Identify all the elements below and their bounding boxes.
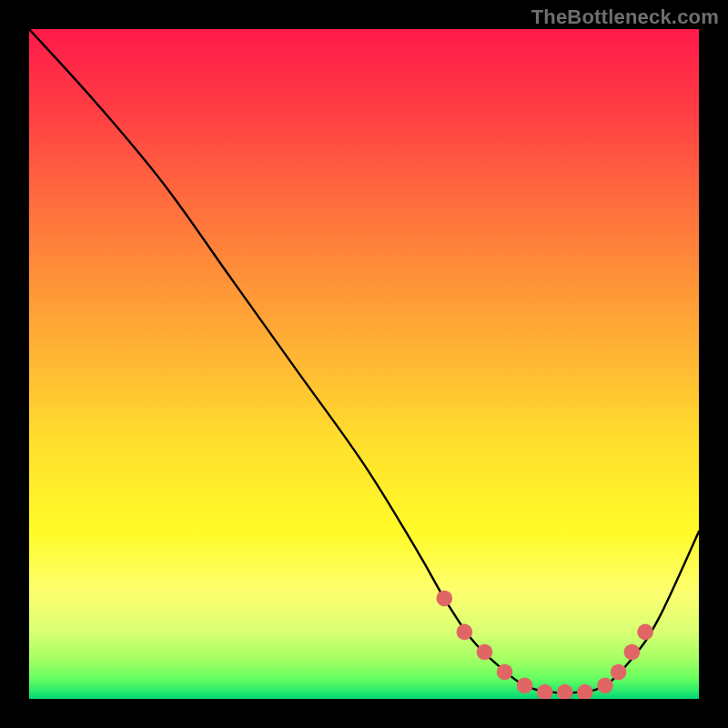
marker-dot <box>436 591 452 607</box>
marker-dot <box>477 644 493 661</box>
marker-dot <box>597 677 613 693</box>
marker-dot <box>457 624 473 641</box>
marker-dot <box>537 684 553 699</box>
marker-dot <box>557 684 573 699</box>
chart-container: TheBottleneck.com <box>0 0 728 728</box>
marker-dot <box>624 644 641 661</box>
watermark-text: TheBottleneck.com <box>531 5 719 29</box>
plot-area <box>29 29 699 699</box>
bottleneck-curve <box>29 29 699 693</box>
marker-dot <box>611 664 627 681</box>
curve-layer <box>29 29 699 699</box>
marker-dot <box>517 677 533 693</box>
marker-dot <box>577 684 593 699</box>
marker-group <box>436 591 652 699</box>
marker-dot <box>497 664 513 681</box>
marker-dot <box>637 624 653 641</box>
